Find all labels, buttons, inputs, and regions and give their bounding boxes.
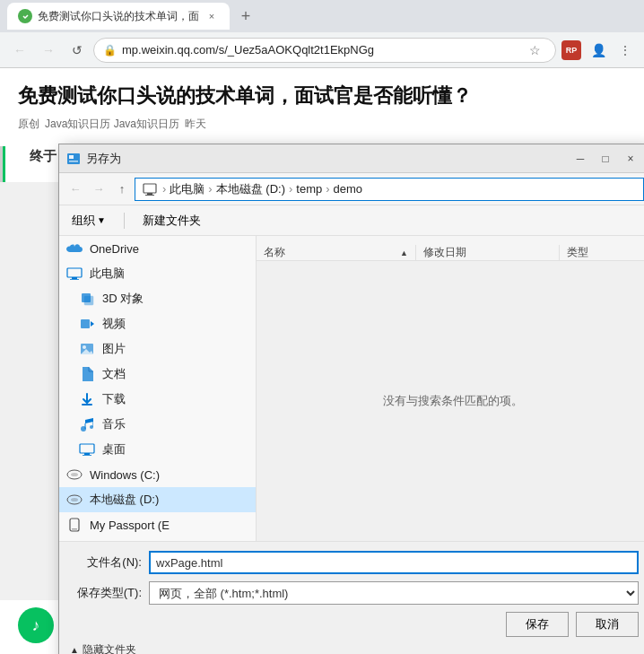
footer-buttons: 保存 取消 bbox=[70, 612, 639, 637]
left-item-onedrive-label: OneDrive bbox=[90, 242, 139, 256]
no-results-text: 没有与搜索条件匹配的项。 bbox=[383, 393, 523, 409]
left-item-this-pc[interactable]: 此电脑 bbox=[59, 261, 256, 286]
svg-point-26 bbox=[71, 473, 78, 476]
dialog-maximize-button[interactable]: □ bbox=[594, 150, 617, 168]
col-name-header[interactable]: 名称 ▲ bbox=[257, 245, 416, 260]
dialog-titlebar: 另存为 ─ □ × bbox=[59, 144, 644, 173]
back-button[interactable]: ← bbox=[7, 38, 32, 63]
rp-badge: RP bbox=[561, 40, 581, 60]
hide-files-row[interactable]: ▲ 隐藏文件夹 bbox=[70, 637, 639, 654]
left-item-windows-c[interactable]: Windows (C:) bbox=[59, 462, 256, 487]
browser-chrome: 免费测试你口头说的技术单词，面 × + ← → ↺ 🔒 mp.weixin.qq… bbox=[0, 0, 644, 68]
right-content-area: 没有与搜索条件匹配的项。 bbox=[257, 261, 644, 541]
svg-rect-22 bbox=[80, 444, 94, 453]
svg-point-15 bbox=[83, 345, 86, 349]
page-title: 免费测试你口头说的技术单词，面试官是否能听懂？ bbox=[18, 83, 626, 109]
dialog-toolbar: 组织 ▼ 新建文件夹 bbox=[59, 205, 644, 236]
3d-icon bbox=[79, 291, 95, 307]
left-item-downloads-label: 下载 bbox=[102, 391, 126, 407]
breadcrumb-part-temp[interactable]: temp bbox=[296, 182, 322, 196]
page-content: 免费测试你口头说的技术单词，面试官是否能听懂？ 原创 Java知识日历 Java… bbox=[0, 68, 644, 146]
meta-source: 原创 bbox=[18, 117, 39, 132]
dialog-up-button[interactable]: ↑ bbox=[111, 179, 133, 200]
rp-extension-button[interactable]: RP bbox=[560, 39, 583, 62]
left-item-desktop-label: 桌面 bbox=[102, 441, 126, 458]
meta-author: Java知识日历 Java知识日历 bbox=[45, 117, 179, 132]
dialog-titlebar-icon bbox=[66, 152, 81, 166]
browser-controls: ← → ↺ 🔒 mp.weixin.qq.com/s/_Uez5aAOKQqlt… bbox=[0, 32, 644, 68]
left-item-videos[interactable]: 视频 bbox=[59, 311, 256, 336]
svg-rect-17 bbox=[82, 404, 92, 405]
cancel-button[interactable]: 取消 bbox=[576, 612, 639, 637]
local-d-icon bbox=[66, 492, 83, 508]
filename-label: 文件名(N): bbox=[70, 554, 142, 571]
svg-rect-23 bbox=[84, 453, 90, 455]
forward-button[interactable]: → bbox=[36, 38, 61, 63]
dialog-minimize-button[interactable]: ─ bbox=[569, 150, 592, 168]
breadcrumb-part-d[interactable]: 本地磁盘 (D:) bbox=[216, 181, 285, 197]
tab-title: 免费测试你口头说的技术单词，面 bbox=[38, 9, 199, 24]
left-item-local-d-label: 本地磁盘 (D:) bbox=[90, 492, 159, 508]
svg-rect-8 bbox=[72, 277, 77, 279]
tab-close-button[interactable]: × bbox=[205, 9, 219, 23]
bookmark-button[interactable]: ☆ bbox=[523, 39, 546, 62]
dialog-title-text: 另存为 bbox=[86, 151, 569, 167]
pictures-icon bbox=[79, 341, 95, 357]
desktop-icon bbox=[79, 441, 95, 458]
left-item-documents[interactable]: 文档 bbox=[59, 362, 256, 387]
left-item-documents-label: 文档 bbox=[102, 366, 126, 382]
new-folder-button[interactable]: 新建文件夹 bbox=[135, 210, 208, 231]
left-item-onedrive[interactable]: OneDrive bbox=[59, 236, 256, 261]
left-item-downloads[interactable]: 下载 bbox=[59, 387, 256, 412]
this-pc-icon bbox=[66, 266, 83, 282]
breadcrumb-bar[interactable]: › 此电脑 › 本地磁盘 (D:) › temp › demo bbox=[135, 178, 644, 201]
left-item-desktop[interactable]: 桌面 bbox=[59, 437, 256, 462]
svg-rect-11 bbox=[84, 296, 93, 305]
left-item-pictures[interactable]: 图片 bbox=[59, 336, 256, 362]
dialog-back-button[interactable]: ← bbox=[65, 179, 86, 200]
svg-rect-12 bbox=[81, 319, 90, 328]
col-date-header[interactable]: 修改日期 bbox=[416, 245, 560, 260]
toolbar-separator bbox=[124, 213, 125, 229]
my-passport-icon bbox=[66, 517, 83, 533]
organize-dropdown-icon: ▼ bbox=[97, 215, 106, 225]
filename-input[interactable] bbox=[149, 551, 639, 574]
svg-rect-7 bbox=[67, 268, 82, 277]
dialog-left-panel: OneDrive 此电脑 3D 对象 视频 bbox=[59, 236, 257, 541]
page-meta: 原创 Java知识日历 Java知识日历 昨天 bbox=[18, 117, 626, 132]
breadcrumb-part-demo[interactable]: demo bbox=[334, 182, 363, 196]
browser-tabbar: 免费测试你口头说的技术单词，面 × + bbox=[0, 0, 644, 32]
browser-menu-button[interactable]: ⋮ bbox=[614, 39, 637, 62]
left-item-music[interactable]: 音乐 bbox=[59, 412, 256, 437]
svg-rect-9 bbox=[70, 279, 79, 280]
breadcrumb-part-root[interactable]: 此电脑 bbox=[170, 181, 205, 197]
organize-button[interactable]: 组织 ▼ bbox=[65, 210, 113, 231]
col-type-header[interactable]: 类型 bbox=[560, 245, 644, 260]
left-item-my-passport[interactable]: My Passport (E bbox=[59, 512, 256, 537]
new-tab-button[interactable]: + bbox=[233, 4, 258, 29]
left-item-videos-label: 视频 bbox=[102, 316, 126, 332]
svg-point-19 bbox=[90, 425, 93, 429]
left-item-3d[interactable]: 3D 对象 bbox=[59, 286, 256, 311]
address-bar[interactable]: 🔒 mp.weixin.qq.com/s/_Uez5aAOKQqlt2t1Ekp… bbox=[93, 38, 556, 63]
save-button[interactable]: 保存 bbox=[506, 612, 569, 637]
dialog-nav: ← → ↑ › 此电脑 › 本地磁盘 (D:) › temp › demo bbox=[59, 173, 644, 205]
account-button[interactable]: 👤 bbox=[587, 39, 610, 62]
svg-point-0 bbox=[21, 12, 30, 21]
refresh-button[interactable]: ↺ bbox=[65, 38, 90, 63]
left-item-local-d[interactable]: 本地磁盘 (D:) bbox=[59, 487, 256, 512]
dialog-footer: 文件名(N): 保存类型(T): 网页，全部 (*.htm;*.html) 保存… bbox=[59, 541, 644, 654]
dialog-forward-button[interactable]: → bbox=[88, 179, 109, 200]
svg-point-28 bbox=[71, 498, 78, 501]
meta-date: 昨天 bbox=[185, 117, 206, 132]
filetype-label: 保存类型(T): bbox=[70, 585, 142, 601]
filetype-select[interactable]: 网页，全部 (*.htm;*.html) bbox=[149, 581, 639, 605]
windows-c-icon bbox=[66, 467, 83, 483]
breadcrumb-part-computer[interactable] bbox=[143, 182, 159, 196]
filename-row: 文件名(N): bbox=[70, 551, 639, 574]
dialog-close-button[interactable]: × bbox=[619, 150, 642, 168]
left-item-this-pc-label: 此电脑 bbox=[90, 266, 125, 282]
documents-icon bbox=[79, 366, 95, 382]
sort-icon: ▲ bbox=[400, 249, 408, 257]
browser-tab[interactable]: 免费测试你口头说的技术单词，面 × bbox=[7, 3, 230, 30]
